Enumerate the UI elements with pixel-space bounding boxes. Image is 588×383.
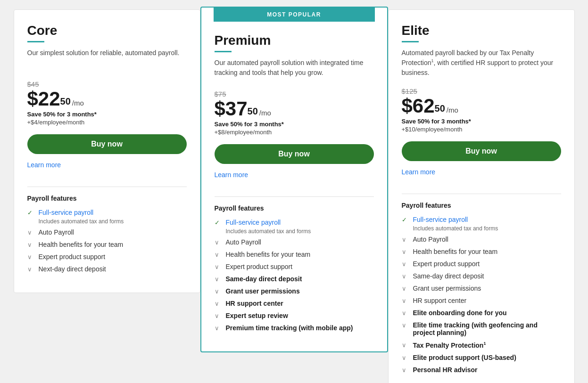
feature-item-core-2: ∨ Health benefits for your team (27, 241, 187, 248)
plan-card-premium: MOST POPULARPremiumOur automated payroll… (200, 7, 388, 352)
chevron-icon-elite-7: ∨ (402, 310, 409, 317)
price-dollar-core: $22 (27, 89, 60, 109)
chevron-icon-core-3: ∨ (27, 253, 35, 261)
price-mo-elite: /mo (447, 106, 458, 114)
feature-text-premium-3: Expert product support (226, 263, 293, 270)
buy-button-elite[interactable]: Buy now (402, 141, 561, 161)
feature-text-elite-0: Full-service payroll (413, 216, 468, 223)
chevron-icon-premium-6: ∨ (215, 300, 222, 307)
save-text-core: Save 50% for 3 months* (27, 111, 187, 118)
chevron-icon-elite-10: ∨ (402, 354, 409, 361)
price-row-core: $22 50 /mo (27, 89, 187, 109)
chevron-icon-core-1: ∨ (27, 229, 35, 236)
feature-item-elite-5: ∨ Grant user permissions (402, 285, 561, 292)
plan-card-elite: EliteAutomated payroll backed by our Tax… (388, 9, 575, 383)
chevron-icon-elite-9: ∨ (402, 342, 409, 349)
chevron-icon-core-4: ∨ (27, 266, 35, 273)
chevron-icon-premium-3: ∨ (215, 263, 222, 270)
feature-item-elite-2: ∨ Health benefits for your team (402, 248, 561, 255)
check-icon-premium-0: ✓ (215, 219, 222, 226)
learn-more-premium[interactable]: Learn more (215, 171, 248, 179)
buy-button-premium[interactable]: Buy now (215, 144, 374, 164)
feature-item-core-3: ∨ Expert product support (27, 253, 187, 261)
feature-text-core-0: Full-service payroll (39, 209, 94, 216)
plan-divider-elite (402, 41, 419, 42)
original-price-premium: $75 (215, 90, 374, 98)
feature-item-premium-7: ∨ Expert setup review (215, 312, 374, 319)
price-cents-elite: 50 (435, 103, 445, 114)
feature-text-elite-6: HR support center (413, 297, 467, 304)
feature-item-premium-2: ∨ Health benefits for your team (215, 251, 374, 258)
per-employee-core: +$4/employee/month (27, 119, 187, 126)
chevron-icon-premium-8: ∨ (215, 325, 222, 332)
feature-text-elite-1: Auto Payroll (413, 236, 448, 243)
feature-item-elite-6: ∨ HR support center (402, 297, 561, 304)
feature-text-elite-7: Elite onboarding done for you (413, 309, 507, 317)
original-price-elite: $125 (402, 87, 561, 95)
learn-more-core[interactable]: Learn more (27, 161, 61, 169)
feature-item-core-4: ∨ Next-day direct deposit (27, 265, 187, 273)
learn-more-elite[interactable]: Learn more (402, 168, 436, 176)
section-divider-elite (402, 194, 561, 194)
feature-text-premium-4: Same-day direct deposit (226, 275, 302, 283)
original-price-core: $45 (27, 80, 187, 88)
feature-text-core-2: Health benefits for your team (39, 241, 124, 248)
check-icon-core-0: ✓ (27, 209, 35, 216)
feature-text-elite-9: Tax Penalty Protection1 (413, 341, 486, 349)
chevron-icon-elite-4: ∨ (402, 273, 409, 280)
plan-divider-core (27, 41, 44, 42)
feature-text-premium-0: Full-service payroll (226, 219, 281, 226)
chevron-icon-premium-1: ∨ (215, 239, 222, 246)
feature-item-premium-5: ∨ Grant user permissions (215, 287, 374, 295)
feature-item-premium-3: ∨ Expert product support (215, 263, 374, 270)
feature-item-elite-3: ∨ Expert product support (402, 260, 561, 268)
feature-text-elite-10: Elite product support (US-based) (413, 354, 516, 361)
plan-description-core: Our simplest solution for reliable, auto… (27, 48, 187, 71)
chevron-icon-premium-4: ∨ (215, 276, 222, 283)
feature-item-elite-4: ∨ Same-day direct deposit (402, 272, 561, 280)
feature-text-elite-2: Health benefits for your team (413, 248, 498, 255)
section-divider-premium (215, 196, 374, 197)
price-mo-core: /mo (72, 99, 84, 107)
feature-text-core-4: Next-day direct deposit (39, 265, 106, 273)
buy-button-core[interactable]: Buy now (27, 134, 187, 154)
per-employee-elite: +$10/employee/month (402, 126, 561, 133)
feature-item-elite-10: ∨ Elite product support (US-based) (402, 354, 561, 361)
plan-name-core: Core (27, 23, 187, 38)
feature-item-elite-0: ✓ Full-service payroll (402, 216, 561, 223)
chevron-icon-elite-11: ∨ (402, 367, 409, 374)
feature-text-premium-7: Expert setup review (226, 312, 288, 319)
chevron-icon-core-2: ∨ (27, 241, 35, 248)
price-dollar-premium: $37 (215, 99, 248, 119)
feature-sub-elite-0: Includes automated tax and forms (413, 225, 561, 232)
feature-sub-core-0: Includes automated tax and forms (39, 218, 187, 225)
plan-description-elite: Automated payroll backed by our Tax Pena… (402, 48, 561, 78)
plan-divider-premium (215, 51, 232, 52)
feature-text-premium-8: Premium time tracking (with mobile app) (226, 324, 353, 332)
price-mo-premium: /mo (259, 109, 271, 117)
plan-card-core: CoreOur simplest solution for reliable, … (14, 9, 200, 293)
feature-item-elite-7: ∨ Elite onboarding done for you (402, 309, 561, 317)
feature-item-elite-1: ∨ Auto Payroll (402, 236, 561, 243)
feature-text-elite-3: Expert product support (413, 260, 480, 268)
feature-text-core-1: Auto Payroll (39, 228, 74, 236)
price-cents-core: 50 (60, 96, 71, 107)
plan-name-elite: Elite (402, 23, 561, 38)
chevron-icon-premium-2: ∨ (215, 251, 222, 258)
feature-text-premium-2: Health benefits for your team (226, 251, 311, 258)
price-row-elite: $62 50 /mo (402, 96, 561, 116)
save-text-premium: Save 50% for 3 months* (215, 121, 374, 128)
feature-item-core-0: ✓ Full-service payroll (27, 209, 187, 216)
feature-text-premium-1: Auto Payroll (226, 238, 261, 246)
feature-item-premium-6: ∨ HR support center (215, 300, 374, 307)
feature-item-elite-9: ∨ Tax Penalty Protection1 (402, 341, 561, 349)
most-popular-banner: MOST POPULAR (214, 8, 375, 22)
feature-text-core-3: Expert product support (39, 253, 106, 261)
check-icon-elite-0: ✓ (402, 216, 409, 223)
feature-item-premium-1: ∨ Auto Payroll (215, 238, 374, 246)
price-dollar-elite: $62 (402, 96, 435, 116)
plan-name-premium: Premium (215, 33, 374, 48)
section-divider-core (27, 187, 187, 187)
save-text-elite: Save 50% for 3 months* (402, 118, 561, 125)
feature-item-core-1: ∨ Auto Payroll (27, 228, 187, 236)
